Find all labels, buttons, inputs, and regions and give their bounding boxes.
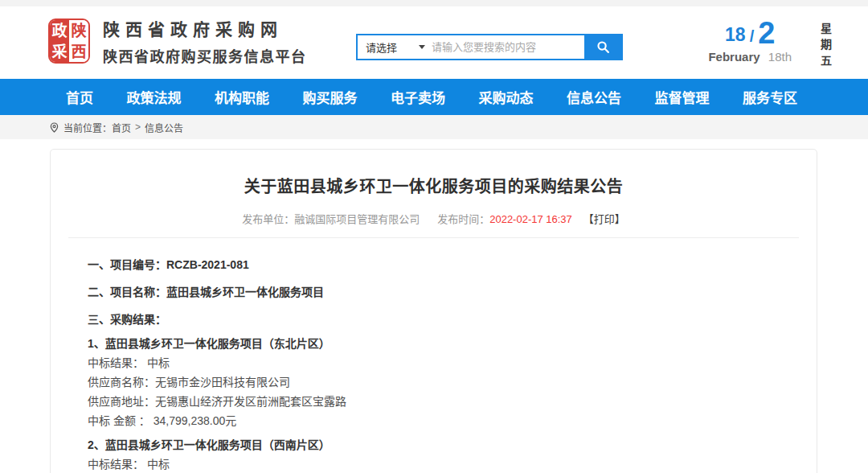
search-select-label: 请选择 xyxy=(366,39,397,55)
top-strip xyxy=(0,0,868,6)
seal-char: 陕 xyxy=(69,20,88,41)
main-nav: 首页 政策法规 机构职能 购买服务 电子卖场 采购动态 信息公告 监督管理 服务… xyxy=(0,79,868,115)
site-header: 政 采 陕 西 陕西省政府采购网 陕西省政府购买服务信息平台 请选择 xyxy=(0,6,868,79)
publish-time-label: 发布时间： xyxy=(437,213,489,225)
search-input[interactable] xyxy=(432,35,584,59)
article-body: 一、项目编号：RCZB-2021-081 二、项目名称：蓝田县城乡环卫一体化服务… xyxy=(67,259,800,473)
search-button[interactable] xyxy=(584,35,621,59)
seal-char: 西 xyxy=(69,41,88,62)
publisher-name: 融诚国际项目管理有限公司 xyxy=(294,213,420,225)
publish-info-row: 发布单位：融诚国际项目管理有限公司发布时间：2022-02-17 16:37【打… xyxy=(67,211,800,226)
location-pin-icon xyxy=(50,122,59,133)
date-ordinal: 18th xyxy=(768,50,792,64)
lot1-amount-line: 中标 金额 ： 34,799,238.00元 xyxy=(88,415,800,427)
date-block: 18 / 2 February 18th xyxy=(708,19,792,64)
site-title: 陕西省政府采购网 xyxy=(103,16,307,40)
nav-item-home[interactable]: 首页 xyxy=(66,87,93,107)
nav-item-service-zone[interactable]: 服务专区 xyxy=(743,87,797,107)
lot2-title-line: 2、蓝田县城乡环卫一体化服务项目（西南片区） xyxy=(88,439,800,451)
lot2-result-line: 中标结果： 中标 xyxy=(88,459,800,471)
breadcrumb: 当前位置： 首页 > 信息公告 xyxy=(0,115,868,139)
article-title: 关于蓝田县城乡环卫一体化服务项目的采购结果公告 xyxy=(67,174,800,197)
search-category-select[interactable]: 请选择 xyxy=(358,35,432,59)
site-titles: 陕西省政府采购网 陕西省政府购买服务信息平台 xyxy=(103,16,307,66)
nav-item-e-marketplace[interactable]: 电子卖场 xyxy=(391,87,445,107)
announcement-card: 关于蓝田县城乡环卫一体化服务项目的采购结果公告 发布单位：融诚国际项目管理有限公… xyxy=(50,149,817,473)
seal-char: 采 xyxy=(50,41,69,62)
project-number-line: 一、项目编号：RCZB-2021-081 xyxy=(88,259,800,271)
breadcrumb-label: 当前位置： xyxy=(63,121,112,134)
lot1-address-line: 供应商地址：无锡惠山经济开发区前洲配套区宝露路 xyxy=(88,396,800,408)
nav-item-supervision[interactable]: 监督管理 xyxy=(655,87,710,107)
nav-item-functions[interactable]: 机构职能 xyxy=(215,87,269,107)
search-box: 请选择 xyxy=(356,34,623,60)
result-heading-line: 三、采购结果： xyxy=(88,314,800,326)
chevron-down-icon xyxy=(419,45,425,49)
site-subtitle: 陕西省政府购买服务信息平台 xyxy=(103,45,307,66)
nav-item-announcements[interactable]: 信息公告 xyxy=(567,87,621,107)
date-month-number: 2 xyxy=(758,19,775,47)
nav-item-purchase-services[interactable]: 购买服务 xyxy=(303,87,358,107)
search-icon xyxy=(596,40,610,54)
breadcrumb-separator: > xyxy=(135,121,141,133)
date-month-name: February xyxy=(708,50,760,64)
lot1-supplier-line: 供应商名称：无锡市金沙田科技有限公司 xyxy=(88,376,800,389)
date-slash: / xyxy=(750,28,755,47)
lot1-title-line: 1、蓝田县城乡环卫一体化服务项目（东北片区） xyxy=(88,338,800,350)
breadcrumb-home-link[interactable]: 首页 xyxy=(112,121,131,134)
site-logo[interactable]: 政 采 陕 西 陕西省政府采购网 陕西省政府购买服务信息平台 xyxy=(48,16,307,66)
breadcrumb-current: 信息公告 xyxy=(145,121,183,134)
logo-seal-icon: 政 采 陕 西 xyxy=(48,19,90,64)
project-name-line: 二、项目名称：蓝田县城乡环卫一体化服务项目 xyxy=(88,286,800,298)
lot1-result-line: 中标结果： 中标 xyxy=(88,357,800,369)
nav-item-policies[interactable]: 政策法规 xyxy=(127,87,182,107)
date-numeric: 18 / 2 xyxy=(708,19,792,47)
date-day: 18 xyxy=(725,26,746,47)
date-text: February 18th xyxy=(708,50,792,64)
nav-item-procurement-news[interactable]: 采购动态 xyxy=(479,87,534,107)
weekday-label: 星期五 xyxy=(820,23,831,71)
publisher-label: 发布单位： xyxy=(242,213,294,225)
seal-char: 政 xyxy=(50,20,69,41)
divider xyxy=(68,237,799,238)
content-area: 关于蓝田县城乡环卫一体化服务项目的采购结果公告 发布单位：融诚国际项目管理有限公… xyxy=(0,139,868,473)
print-button[interactable]: 【打印】 xyxy=(583,213,625,225)
publish-time: 2022-02-17 16:37 xyxy=(489,213,572,225)
page: 政 采 陕 西 陕西省政府采购网 陕西省政府购买服务信息平台 请选择 xyxy=(0,0,868,473)
